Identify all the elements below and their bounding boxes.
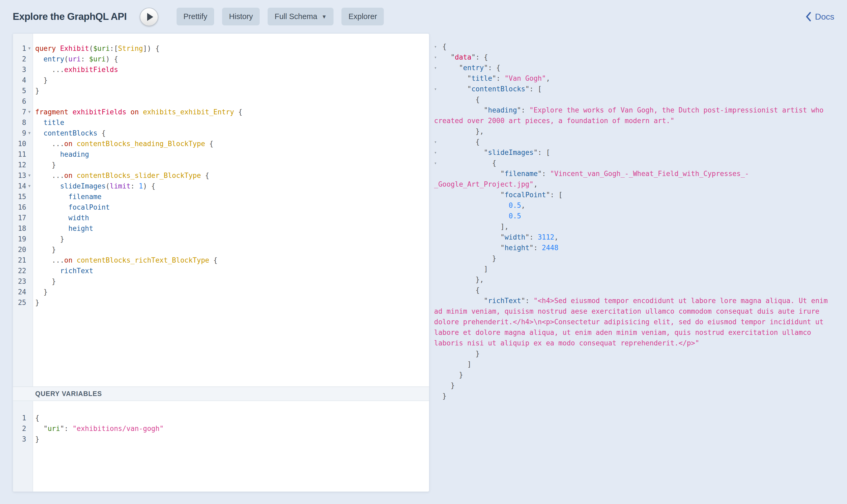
token-punc: " xyxy=(442,53,455,61)
token-punc: :[ xyxy=(110,44,118,52)
code-line: } xyxy=(35,276,429,287)
line-number: 2 xyxy=(13,423,26,434)
token-margin xyxy=(434,233,442,241)
gutter-row: 16 xyxy=(13,202,33,213)
token-key: title xyxy=(471,74,492,82)
token-punc xyxy=(73,140,77,148)
token-margin xyxy=(434,360,442,368)
token-num: 3112 xyxy=(538,233,554,241)
response-line: ▾ { xyxy=(434,158,836,168)
token-punc: } xyxy=(442,381,455,390)
fold-spacer xyxy=(26,413,33,423)
docs-link[interactable]: Docs xyxy=(806,0,834,33)
line-number: 15 xyxy=(13,192,26,202)
gutter-row: 1▾ xyxy=(13,43,33,54)
token-punc: ": [ xyxy=(546,191,563,199)
fold-toggle-icon[interactable]: ▾ xyxy=(26,107,33,117)
line-number: 14 xyxy=(13,181,26,192)
response-line: "width": 3112, xyxy=(434,232,836,242)
query-editor-input[interactable]: query Exhibit($uri:[String]) { entry(uri… xyxy=(33,34,429,386)
token-type: String xyxy=(118,44,143,52)
token-punc: } xyxy=(35,299,39,307)
fold-spacer xyxy=(26,255,33,266)
token-punc: ": xyxy=(517,106,529,114)
line-number: 24 xyxy=(13,287,26,297)
token-punc: } xyxy=(35,288,48,296)
token-punc: { xyxy=(97,129,106,137)
token-punc: { xyxy=(442,159,496,167)
query-variables-header[interactable]: QUERY VARIABLES xyxy=(13,386,429,401)
response-line: { xyxy=(434,285,836,295)
token-punc: ": xyxy=(521,297,534,305)
response-line: 0.5 xyxy=(434,211,836,221)
execute-query-button[interactable] xyxy=(140,8,158,26)
token-punc xyxy=(35,193,68,201)
gutter-row: 19 xyxy=(13,234,33,244)
token-punc xyxy=(35,203,68,211)
fold-spacer xyxy=(26,64,33,75)
toolbar-button-prettify[interactable]: Prettify xyxy=(177,8,214,25)
response-line: } xyxy=(434,348,836,359)
fold-toggle-icon[interactable]: ▾ xyxy=(26,181,33,192)
token-punc: { xyxy=(201,172,209,179)
fold-spacer xyxy=(26,266,33,276)
fold-toggle-icon[interactable]: ▾ xyxy=(26,43,33,54)
fold-toggle-icon[interactable]: ▾ xyxy=(434,137,440,147)
token-punc xyxy=(73,256,77,264)
code-line: } xyxy=(35,287,429,297)
response-line: { xyxy=(434,94,836,105)
token-punc: ": [ xyxy=(534,148,550,157)
response-line: ▾ "slideImages": [ xyxy=(434,147,836,158)
variables-editor-pane: 123 { "uri": "exhibitions/van-gogh"} xyxy=(13,401,429,491)
fold-spacer xyxy=(26,54,33,64)
token-punc: ], xyxy=(442,222,508,231)
fold-toggle-icon[interactable]: ▾ xyxy=(26,170,33,181)
token-punc xyxy=(126,108,130,116)
token-prop: title xyxy=(43,119,64,127)
token-prop: filename xyxy=(68,193,102,201)
gutter-row: 6 xyxy=(13,96,33,107)
token-punc: " xyxy=(442,297,488,305)
token-margin xyxy=(434,222,442,231)
token-margin xyxy=(434,350,442,358)
fold-toggle-icon[interactable]: ▾ xyxy=(26,128,33,139)
token-punc: ] xyxy=(442,360,471,368)
token-key: height xyxy=(504,244,529,252)
fold-toggle-icon[interactable]: ▾ xyxy=(434,158,440,168)
token-kw: on xyxy=(64,256,73,264)
toolbar-button-explorer[interactable]: Explorer xyxy=(341,8,384,25)
token-key: richText xyxy=(488,297,521,305)
response-line: }, xyxy=(434,274,836,285)
line-number: 13 xyxy=(13,170,26,181)
response-line: ▾ "contentBlocks": [ xyxy=(434,84,836,94)
token-margin xyxy=(434,212,442,220)
line-number: 4 xyxy=(13,75,26,86)
line-number: 19 xyxy=(13,234,26,244)
fold-toggle-icon[interactable]: ▾ xyxy=(434,147,440,158)
fold-toggle-icon[interactable]: ▾ xyxy=(434,52,440,62)
token-attr: uri xyxy=(68,55,81,63)
toolbar-button-full-schema[interactable]: Full Schema▼ xyxy=(268,8,334,25)
variables-editor-input[interactable]: { "uri": "exhibitions/van-gogh"} xyxy=(33,401,429,491)
token-margin xyxy=(434,265,442,273)
fold-spacer xyxy=(26,287,33,297)
token-def: exhibitFields xyxy=(73,108,127,116)
token-punc: ": [ xyxy=(525,85,542,93)
fold-toggle-icon[interactable]: ▾ xyxy=(434,62,440,73)
code-line: richText xyxy=(35,266,429,276)
gutter-row: 3 xyxy=(13,434,33,445)
fold-toggle-icon[interactable]: ▾ xyxy=(434,41,440,52)
fold-toggle-icon[interactable]: ▾ xyxy=(434,84,440,94)
code-line: width xyxy=(35,213,429,223)
fold-spacer xyxy=(26,192,33,202)
toolbar-button-history[interactable]: History xyxy=(222,8,260,25)
token-punc: , xyxy=(554,233,558,241)
line-number: 1 xyxy=(13,413,26,423)
token-punc xyxy=(35,224,68,232)
gutter-row: 10 xyxy=(13,139,33,149)
token-punc: } xyxy=(35,235,64,243)
response-line: 0.5, xyxy=(434,200,836,211)
line-number: 12 xyxy=(13,160,26,170)
token-punc: } xyxy=(442,371,463,379)
token-punc: : xyxy=(81,55,89,63)
